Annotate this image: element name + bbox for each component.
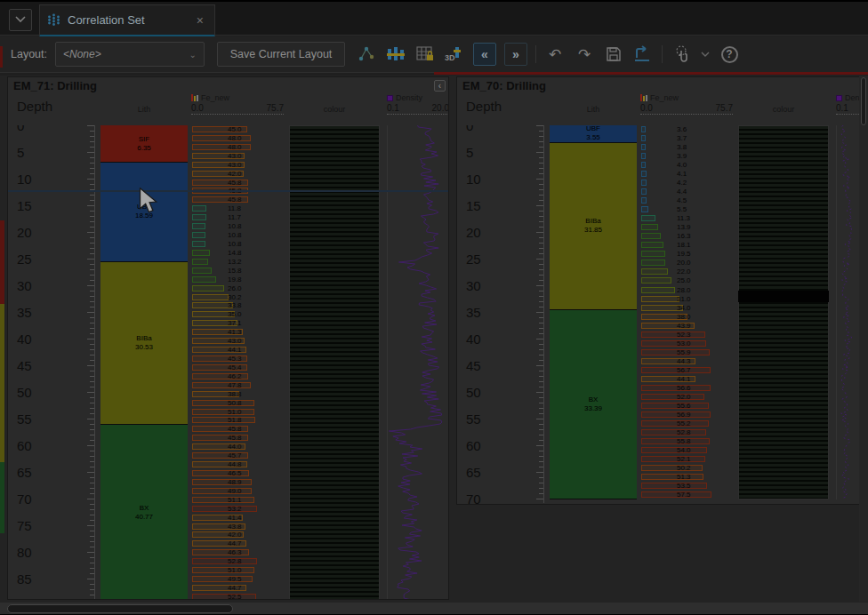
vertical-scrollbar[interactable] (859, 76, 868, 602)
fe-bar[interactable]: 3.6 (641, 126, 734, 132)
fe-bar[interactable]: 5.5 (641, 206, 734, 212)
fe-bar[interactable]: 18.1 (641, 242, 734, 248)
export-icon[interactable] (632, 44, 654, 65)
fe-bar[interactable]: 4.2 (641, 180, 734, 186)
fe-bar[interactable]: 51.8 (192, 417, 285, 423)
fe-bar[interactable]: 52.1 (641, 456, 734, 462)
fe-bar[interactable]: 46.2 (192, 373, 285, 379)
fe-bar[interactable]: 57.5 (641, 491, 734, 498)
fe-bar[interactable]: 43.0 (192, 153, 285, 159)
fe-bar[interactable]: 11.3 (641, 215, 734, 221)
fe-bar[interactable]: 43.9 (641, 323, 734, 329)
fe-bar[interactable]: 53.0 (641, 340, 734, 347)
fe-bar[interactable]: 30.2 (192, 294, 285, 300)
fe-bar[interactable]: 55.2 (641, 420, 734, 427)
save-icon[interactable] (603, 44, 624, 65)
fe-bar[interactable]: 10.8 (192, 241, 285, 247)
fe-bar[interactable]: 44.0 (192, 443, 285, 450)
fe-bar[interactable]: 46.5 (192, 470, 285, 476)
fe-bar[interactable]: 38.0 (641, 314, 734, 320)
fe-bar[interactable]: 42.0 (192, 531, 285, 538)
table-lock-icon[interactable] (414, 44, 436, 65)
fe-bar[interactable]: 10.8 (192, 223, 285, 229)
fe-bar[interactable]: 16.3 (641, 233, 734, 239)
fe-bar[interactable]: 19.5 (641, 251, 734, 257)
fe-bar[interactable]: 44.1 (192, 347, 285, 353)
layout-select[interactable]: <None> ⌄ (55, 42, 205, 67)
fe-bar[interactable]: 20.0 (641, 260, 734, 266)
fe-bar[interactable]: 22.0 (641, 268, 734, 275)
fe-bar[interactable]: 45.8 (192, 180, 285, 186)
track-area[interactable]: 0510152025303540455055606570 UBF3.55BIBa… (457, 125, 868, 504)
fe-bar[interactable]: 50.8 (192, 400, 285, 406)
fe-bar[interactable]: 3.7 (641, 135, 734, 141)
fe-bar[interactable]: 53.5 (641, 483, 734, 489)
redo-button[interactable]: ↷ (574, 44, 595, 65)
fe-bar[interactable]: 44.3 (641, 358, 734, 364)
fe-bar[interactable]: 45.8 (192, 196, 285, 203)
fe-bar[interactable]: 51.0 (192, 567, 285, 573)
tab-correlation-set[interactable]: Correlation Set × (39, 4, 215, 37)
fe-bar[interactable]: 34.0 (641, 305, 734, 311)
fe-bar[interactable]: 43.0 (192, 338, 285, 344)
help-button[interactable]: ? (719, 44, 740, 65)
collapse-all-button[interactable]: « (473, 43, 496, 66)
tab-close-icon[interactable]: × (193, 13, 207, 28)
touch-mode-dropdown-icon[interactable] (700, 44, 711, 65)
vertical-scrollbar-thumb[interactable] (861, 77, 866, 125)
fe-bar[interactable]: 13.9 (641, 224, 734, 230)
fe-bar[interactable]: 45.8 (192, 426, 285, 432)
fe-bar[interactable]: 49.5 (192, 576, 285, 582)
fe-bar[interactable]: 45.0 (192, 126, 285, 132)
lith-block-bx[interactable]: BX40.77 (100, 425, 188, 599)
fe-bar[interactable]: 41.4 (192, 515, 285, 521)
fe-bar[interactable]: 49.0 (192, 488, 285, 494)
fe-bar[interactable]: 26.0 (192, 285, 285, 292)
fe-bar[interactable]: 11.7 (192, 214, 285, 220)
fe-bar[interactable]: 3.8 (641, 144, 734, 150)
fe-bar[interactable]: 42.0 (192, 171, 285, 177)
fe-bar[interactable]: 50.2 (641, 465, 734, 471)
fe-bar[interactable]: 11.8 (192, 205, 285, 212)
fe-bar[interactable]: 56.9 (641, 411, 734, 418)
fe-bar[interactable]: 52.3 (641, 331, 734, 338)
fe-bar[interactable]: 51.3 (641, 474, 734, 480)
fe-bar[interactable]: 45.3 (192, 355, 285, 362)
horizontal-scrollbar-thumb[interactable] (7, 604, 233, 613)
fe-bar[interactable]: 10.8 (192, 232, 285, 238)
density-curve-track[interactable] (387, 125, 448, 599)
fe-bar[interactable]: 4.4 (641, 188, 734, 195)
network-icon[interactable] (356, 44, 377, 65)
touch-mode-icon[interactable] (671, 44, 692, 65)
fe-bar[interactable]: 44.7 (192, 585, 285, 591)
fe-bar[interactable]: 15.8 (192, 268, 285, 274)
fe-bar[interactable]: 44.8 (192, 461, 285, 467)
fe-bar[interactable]: 51.0 (192, 409, 285, 415)
fe-bar[interactable]: 52.8 (641, 429, 734, 435)
fe-bar[interactable]: 25.0 (641, 277, 734, 284)
fe-bar[interactable]: 33.8 (192, 302, 285, 308)
lith-block-ubf[interactable]: UBF3.55 (550, 125, 637, 143)
expand-all-button[interactable]: » (504, 43, 527, 66)
horizontal-scrollbar[interactable] (0, 602, 868, 614)
fe-bar[interactable]: 55.6 (641, 403, 734, 409)
fe-bar[interactable]: 13.2 (192, 259, 285, 265)
fe-bar[interactable]: 48.9 (192, 479, 285, 485)
fe-bar[interactable]: 28.0 (641, 287, 734, 293)
fe-bar[interactable]: 4.0 (641, 162, 734, 168)
fe-bar[interactable]: 19.8 (192, 276, 285, 283)
fe-bar[interactable]: 45.4 (192, 364, 285, 371)
fe-bar[interactable]: 48.0 (192, 144, 285, 150)
lith-block-sif[interactable]: SIF6.35 (100, 125, 188, 163)
fe-bar[interactable]: 44.7 (192, 540, 285, 547)
3d-view-icon[interactable]: 3D (444, 44, 465, 65)
fe-bar[interactable]: 56.7 (641, 367, 734, 373)
fe-bar[interactable]: 52.5 (192, 594, 285, 599)
fe-bar[interactable]: 52.8 (192, 558, 285, 564)
fe-bar[interactable]: 56.6 (641, 385, 734, 391)
fe-bar[interactable]: 46.3 (192, 549, 285, 555)
fe-bar[interactable]: 35.0 (192, 311, 285, 317)
lith-block-bx[interactable]: BX33.39 (550, 310, 637, 499)
fe-bar[interactable]: 45.7 (192, 452, 285, 459)
fe-bar[interactable]: 48.0 (192, 135, 285, 141)
